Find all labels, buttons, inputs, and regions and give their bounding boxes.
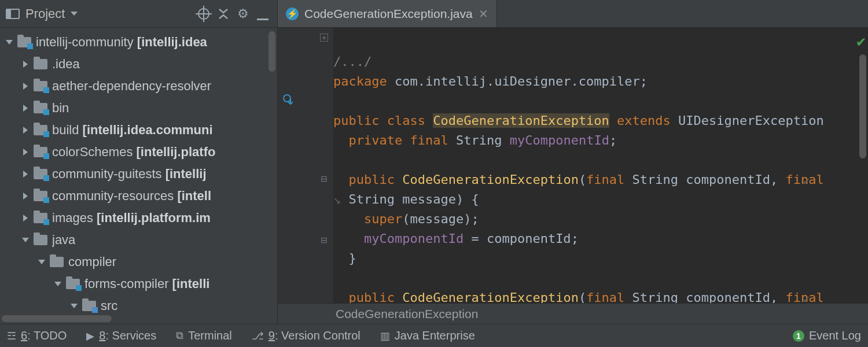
editor-tabs: ⚡ CodeGenerationException.java ✕ (278, 0, 868, 28)
java-class-icon: ⚡ (286, 8, 299, 20)
chevron-right-icon[interactable] (22, 60, 30, 68)
editor-tab[interactable]: ⚡ CodeGenerationException.java ✕ (278, 0, 497, 27)
breadcrumb[interactable]: CodeGenerationException (278, 303, 868, 324)
event-log[interactable]: 1 Event Log (793, 329, 861, 342)
module-icon: ▥ (380, 330, 390, 342)
tree-item-label: .idea (52, 57, 80, 72)
gear-icon[interactable]: ⚙ (235, 6, 251, 22)
tree-item-label: aether-dependency-resolver (52, 79, 211, 94)
tree-item-label: compiler (68, 254, 116, 270)
tree-item[interactable]: community-guitests [intellij (0, 163, 277, 185)
tree-item[interactable]: src (0, 295, 277, 317)
scrollbar-vertical[interactable] (269, 31, 275, 72)
tool-window-terminal[interactable]: ⧉ Terminal (176, 329, 232, 342)
chevron-right-icon[interactable] (22, 104, 30, 112)
scrollbar-horizontal[interactable] (2, 315, 112, 322)
folder-icon (34, 81, 47, 91)
project-toolbar: Project ⚙ (0, 0, 277, 28)
inspection-ok-icon[interactable]: ✔ (856, 31, 866, 51)
folder-icon (34, 213, 47, 223)
tree-item[interactable]: images [intellij.platform.im (0, 207, 277, 229)
svg-point-0 (284, 95, 290, 102)
locate-icon[interactable] (196, 6, 212, 22)
chevron-down-icon[interactable] (71, 12, 78, 16)
folder-icon (34, 169, 47, 179)
folder-icon (66, 279, 80, 289)
close-icon[interactable]: ✕ (479, 7, 488, 21)
tab-title: CodeGenerationException.java (304, 7, 473, 21)
chevron-right-icon[interactable] (22, 82, 30, 90)
folder-icon (34, 235, 47, 245)
chevron-right-icon[interactable] (22, 126, 30, 134)
tree-item[interactable]: forms-compiler [intelli (0, 273, 277, 295)
list-icon: ☲ (7, 330, 16, 342)
tree-item-label: community-guitests [intellij (52, 167, 207, 182)
folder-icon (34, 59, 47, 69)
code-editor[interactable]: /.../ package com.intellij.uiDesigner.co… (333, 28, 868, 303)
folder-icon (34, 147, 47, 157)
collapse-all-icon[interactable] (215, 6, 231, 22)
tool-window-vcs[interactable]: ⎇ 9: Version Control (252, 329, 361, 342)
chevron-down-icon[interactable] (38, 258, 46, 266)
chevron-down-icon[interactable] (6, 38, 14, 46)
project-view-icon (6, 9, 20, 19)
tree-item[interactable]: java (0, 229, 277, 251)
chevron-down-icon[interactable] (54, 280, 62, 288)
soft-wrap-icon: ↙ (803, 288, 810, 303)
editor-scrollbar[interactable] (859, 54, 866, 158)
terminal-icon: ⧉ (176, 330, 183, 342)
project-view-title[interactable]: Project (25, 6, 65, 21)
chevron-right-icon[interactable] (22, 214, 30, 222)
folder-icon (34, 125, 47, 135)
editor-area: ⚡ CodeGenerationException.java ✕ + ⊟ ⊟ /… (278, 0, 868, 324)
editor-gutter[interactable]: + ⊟ ⊟ (278, 28, 333, 303)
tree-item[interactable]: intellij-community [intellij.idea (0, 31, 277, 53)
tree-item-label: forms-compiler [intelli (84, 276, 209, 291)
tree-item-label: intellij-community [intellij.idea (36, 35, 207, 50)
play-icon: ▶ (86, 330, 94, 342)
minimize-icon[interactable] (255, 6, 271, 22)
fold-plus-icon[interactable]: + (320, 34, 328, 42)
folder-icon (17, 37, 31, 47)
tool-window-javaee[interactable]: ▥ Java Enterprise (380, 329, 475, 342)
folder-icon (34, 191, 47, 201)
tree-item[interactable]: aether-dependency-resolver (0, 75, 277, 97)
folder-icon (82, 301, 96, 311)
status-bar: ☲ 6: TODO ▶ 8: Services ⧉ Terminal ⎇ 9: … (0, 324, 868, 347)
tree-item[interactable]: compiler (0, 251, 277, 273)
tree-item[interactable]: community-resources [intell (0, 185, 277, 207)
override-marker-icon[interactable] (282, 94, 294, 108)
breadcrumb-item[interactable]: CodeGenerationException (336, 307, 478, 321)
code-folded-comment: /.../ (333, 54, 372, 69)
tree-item-label: images [intellij.platform.im (52, 211, 211, 226)
fold-minus-icon[interactable]: ⊟ (320, 175, 328, 183)
folder-icon (34, 103, 47, 113)
folder-icon (50, 257, 64, 267)
chevron-down-icon[interactable] (22, 236, 30, 244)
tree-item[interactable]: .idea (0, 53, 277, 75)
chevron-down-icon[interactable] (71, 302, 79, 310)
chevron-right-icon[interactable] (22, 148, 30, 156)
tree-item[interactable]: bin (0, 97, 277, 119)
chevron-right-icon[interactable] (22, 192, 30, 200)
project-tool-window: Project ⚙ intellij-community [intellij.i… (0, 0, 278, 324)
tree-item-label: build [intellij.idea.communi (52, 123, 213, 138)
tree-item-label: community-resources [intell (52, 189, 211, 204)
branch-icon: ⎇ (252, 330, 264, 342)
notification-badge: 1 (793, 330, 804, 342)
tree-item[interactable]: build [intellij.idea.communi (0, 119, 277, 141)
fold-end-icon[interactable]: ⊟ (320, 236, 328, 244)
chevron-right-icon[interactable] (22, 170, 30, 178)
tool-window-services[interactable]: ▶ 8: Services (86, 329, 156, 342)
tree-item-label: src (101, 298, 117, 313)
tree-item-label: bin (52, 101, 69, 116)
tree-item-label: colorSchemes [intellij.platfo (52, 145, 215, 160)
tree-item[interactable]: colorSchemes [intellij.platfo (0, 141, 277, 163)
soft-wrap-icon: ↙ (803, 170, 810, 190)
project-tree[interactable]: intellij-community [intellij.idea.ideaae… (0, 28, 277, 324)
tool-window-todo[interactable]: ☲ 6: TODO (7, 329, 67, 342)
tree-item-label: java (52, 232, 75, 248)
